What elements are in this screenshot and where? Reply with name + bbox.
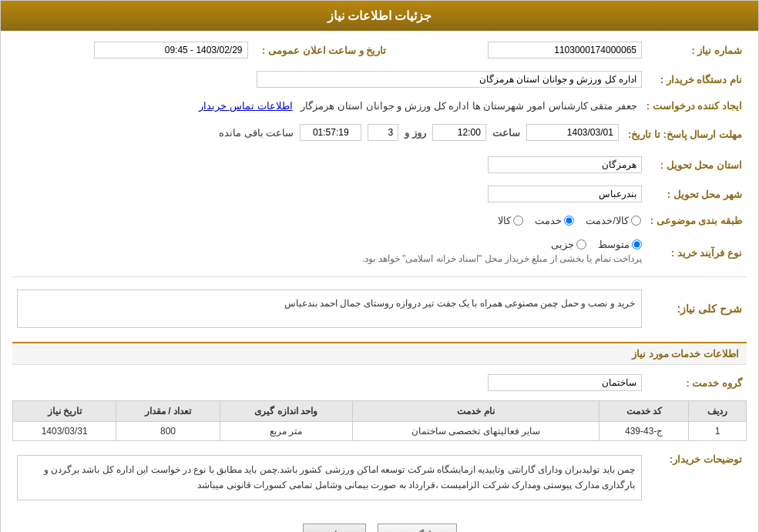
col-quantity: تعداد / مقدار xyxy=(116,401,220,422)
info-table-service-group: گروه خدمت : xyxy=(12,371,747,394)
category-option-kala[interactable]: کالا xyxy=(498,215,523,226)
response-date-input[interactable] xyxy=(526,124,619,141)
need-description-box: خرید و نصب و حمل چمن مصنوعی همراه با یک … xyxy=(17,289,642,328)
buttons-row: بازگشت چاپ xyxy=(12,514,747,532)
purchase-option-mutawaset[interactable]: متوسط xyxy=(598,239,642,250)
response-days-input[interactable] xyxy=(368,124,398,141)
purchase-type-label: نوع فرآیند خرید : xyxy=(646,236,747,270)
service-group-input[interactable] xyxy=(488,374,642,391)
contact-link[interactable]: اطلاعات تماس خریدار xyxy=(199,100,292,112)
need-number-label: شماره نیاز : xyxy=(646,38,747,62)
need-description-label: شرح کلی نیاز: xyxy=(646,282,747,336)
need-description-text: خرید و نصب و حمل چمن مصنوعی همراه با یک … xyxy=(284,298,635,309)
print-button[interactable]: چاپ xyxy=(303,524,366,532)
cell-service-name: سایر فعالیتهای تخصصی ساختمان xyxy=(352,422,599,441)
cell-unit: متر مربع xyxy=(220,422,352,441)
response-days-label: روز و xyxy=(405,127,426,139)
response-time-label: ساعت xyxy=(492,127,520,139)
cell-date: 1403/03/31 xyxy=(13,422,116,441)
requester-label: ایجاد کننده درخواست : xyxy=(642,97,747,115)
delivery-city-label: شهر محل تحویل : xyxy=(646,182,747,206)
col-service-code: کد خدمت xyxy=(599,401,689,422)
page-wrapper: جزئیات اطلاعات نیاز شماره نیاز : تاریخ و… xyxy=(0,0,759,532)
category-radio-group: کالا/خدمت خدمت کالا xyxy=(17,215,641,226)
countdown-label: ساعت باقی مانده xyxy=(219,127,294,139)
cell-quantity: 800 xyxy=(116,422,220,441)
buyer-org-label: نام دستگاه خریدار : xyxy=(646,68,747,91)
buyer-notes-label: توضیحات خریدار: xyxy=(646,447,747,508)
info-table-category: طبقه بندی موضوعی : کالا/خدمت خدمت xyxy=(12,212,747,229)
cell-service-code: ج-43-439 xyxy=(599,422,689,441)
info-table-top: شماره نیاز : تاریخ و ساعت اعلان عمومی : xyxy=(12,38,747,62)
response-time-input[interactable] xyxy=(432,124,486,141)
delivery-province-input[interactable] xyxy=(488,156,642,173)
separator-1 xyxy=(12,276,747,277)
info-table-purchase-type: نوع فرآیند خرید : متوسط جزیی xyxy=(12,236,747,270)
page-title: جزئیات اطلاعات نیاز xyxy=(327,9,432,22)
main-content: شماره نیاز : تاریخ و ساعت اعلان عمومی : … xyxy=(1,31,758,532)
info-table-requester: ایجاد کننده درخواست : جعفر متقی کارشناس … xyxy=(12,97,747,115)
service-group-label: گروه خدمت : xyxy=(646,371,747,394)
category-option-khedmat[interactable]: خدمت xyxy=(535,215,574,226)
purchase-option-jozi[interactable]: جزیی xyxy=(551,239,586,250)
info-table-buyer-notes: توضیحات خریدار: چمن باید تولیدبران ودارا… xyxy=(12,447,747,508)
info-table-province: استان محل تحویل : xyxy=(12,153,747,176)
category-label: طبقه بندی موضوعی : xyxy=(646,212,747,229)
delivery-city-input[interactable] xyxy=(488,186,642,202)
requester-value: جعفر متقی کارشناس امور شهرستان ها اداره … xyxy=(301,100,636,112)
buyer-notes-text: چمن باید تولیدبران ودارای گارانتی وتایید… xyxy=(44,464,635,490)
buyer-notes-box: چمن باید تولیدبران ودارای گارانتی وتایید… xyxy=(17,455,642,500)
col-row-num: ردیف xyxy=(689,401,747,422)
table-row: 1 ج-43-439 سایر فعالیتهای تخصصی ساختمان … xyxy=(13,422,747,441)
services-table-body: 1 ج-43-439 سایر فعالیتهای تخصصی ساختمان … xyxy=(13,422,747,441)
info-table-send-date: مهلت ارسال پاسخ: تا تاریخ: ساعت روز و سا… xyxy=(12,121,747,147)
info-table-buyer-org: نام دستگاه خریدار : xyxy=(12,68,747,91)
announcement-date-label: تاریخ و ساعت اعلان عمومی : xyxy=(253,38,391,62)
send-date-label: مهلت ارسال پاسخ: تا تاریخ: xyxy=(623,121,747,147)
col-unit: واحد اندازه گیری xyxy=(220,401,352,422)
back-button[interactable]: بازگشت xyxy=(378,524,457,532)
page-header: جزئیات اطلاعات نیاز xyxy=(1,1,758,31)
col-date: تاریخ نیاز xyxy=(13,401,116,422)
services-table-header: ردیف کد خدمت نام خدمت واحد اندازه گیری ت… xyxy=(13,401,747,422)
announcement-date-input[interactable] xyxy=(94,42,248,59)
category-option-kala-khedmat[interactable]: کالا/خدمت xyxy=(586,215,641,226)
purchase-note: پرداخت تمام یا بخشی از مبلغ خریداز محل "… xyxy=(362,250,642,267)
delivery-province-label: استان محل تحویل : xyxy=(646,153,747,176)
info-table-city: شهر محل تحویل : xyxy=(12,182,747,206)
purchase-radio-group: متوسط جزیی xyxy=(551,239,642,250)
cell-row-num: 1 xyxy=(689,422,747,441)
info-table-description: شرح کلی نیاز: خرید و نصب و حمل چمن مصنوع… xyxy=(12,282,747,336)
services-table: ردیف کد خدمت نام خدمت واحد اندازه گیری ت… xyxy=(12,400,747,441)
need-number-input[interactable] xyxy=(488,42,642,59)
countdown-input xyxy=(300,124,361,141)
col-service-name: نام خدمت xyxy=(352,401,599,422)
services-section-header: اطلاعات خدمات مورد نیاز xyxy=(12,342,747,365)
buyer-org-input[interactable] xyxy=(257,71,642,88)
